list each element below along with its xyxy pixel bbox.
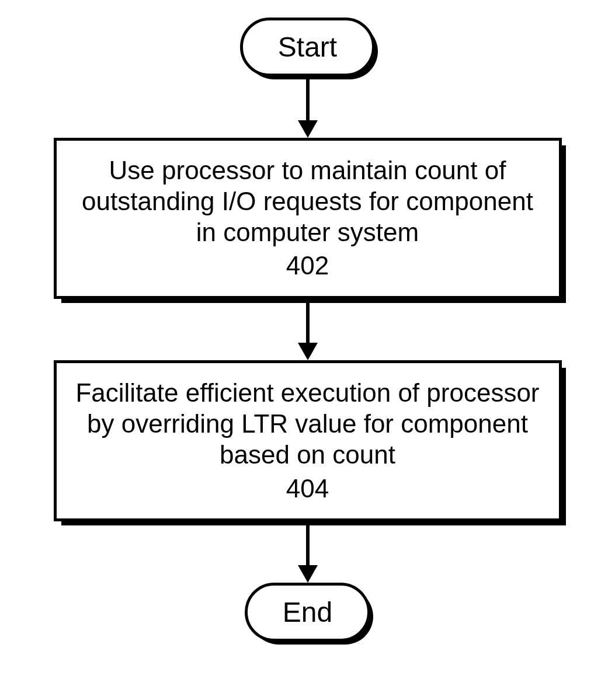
process-ref: 404 xyxy=(74,473,541,504)
process-text: Use processor to maintain count of outst… xyxy=(82,156,533,246)
start-terminator: Start xyxy=(240,18,375,76)
arrow-3 xyxy=(298,521,318,583)
arrow-1 xyxy=(298,76,318,138)
process-step-404: Facilitate efficient execution of proces… xyxy=(54,360,562,521)
end-label: End xyxy=(283,597,332,628)
process-ref: 402 xyxy=(74,250,541,281)
process-text: Facilitate efficient execution of proces… xyxy=(75,378,539,469)
arrow-2 xyxy=(298,299,318,360)
end-terminator: End xyxy=(245,583,370,642)
flowchart-container: Start Use processor to maintain count of… xyxy=(54,18,562,642)
process-step-402: Use processor to maintain count of outst… xyxy=(54,138,562,299)
start-label: Start xyxy=(278,32,337,62)
